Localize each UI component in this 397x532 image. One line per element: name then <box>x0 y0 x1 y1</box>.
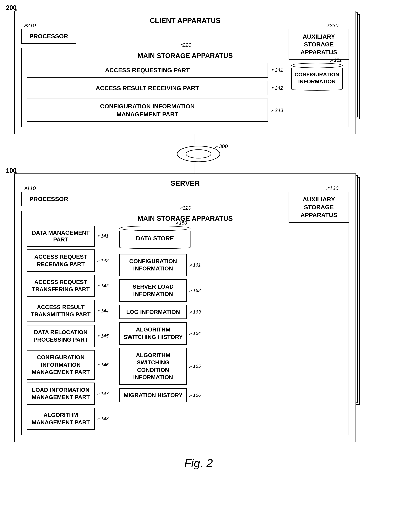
data-item-164-box: ALGORITHMSWITCHING HISTORY <box>119 322 187 344</box>
data-item-164: ALGORITHMSWITCHING HISTORY ↗ 164 <box>119 322 201 344</box>
server-processor-ref: ↗110 <box>23 185 36 191</box>
connector-bottom <box>195 163 195 173</box>
server-part-147-box: LOAD INFORMATIONMANAGEMENT PART <box>27 383 95 405</box>
client-part-242-box: ACCESS RESULT RECEIVING PART <box>27 81 268 96</box>
client-ref-tick: ↗ <box>13 8 17 13</box>
client-part-242: ACCESS RESULT RECEIVING PART ↗ 242 <box>27 81 283 96</box>
data-item-163: LOG INFORMATION ↗ 163 <box>119 305 201 319</box>
client-part-243-box: CONFIGURATION INFORMATIONMANAGEMENT PART <box>27 98 268 122</box>
server-part-146-ref: ↗ 146 <box>97 362 109 367</box>
svg-point-0 <box>177 146 220 162</box>
client-config-cylinder: CONFIGURATIONINFORMATION <box>291 63 343 91</box>
server-label: SERVER <box>21 179 349 187</box>
network-ref: ↗ 300 <box>214 143 228 149</box>
server-part-143-ref: ↗ 143 <box>97 283 109 289</box>
server-part-146-box: CONFIGURATION INFORMATIONMANAGEMENT PART <box>27 350 95 380</box>
data-item-161: CONFIGURATIONINFORMATION ↗ 161 <box>119 254 201 276</box>
server-part-146: CONFIGURATION INFORMATIONMANAGEMENT PART… <box>27 350 109 380</box>
client-part-241: ACCESS REQUESTING PART ↗ 241 <box>27 63 283 78</box>
data-item-166: MIGRATION HISTORY ↗ 166 <box>119 388 201 402</box>
data-item-166-ref: ↗ 166 <box>189 392 201 398</box>
data-item-162-ref: ↗ 162 <box>189 288 201 293</box>
data-item-162: SERVER LOADINFORMATION ↗ 162 <box>119 279 201 302</box>
data-item-164-ref: ↗ 164 <box>189 330 201 336</box>
connector-top <box>195 134 195 145</box>
server-part-143: ACCESS REQUESTTRANSFERING PART ↗ 143 <box>27 275 109 297</box>
client-main-storage-label: MAIN STORAGE APPARATUS <box>27 52 344 60</box>
server-part-145-ref: ↗ 145 <box>97 333 109 339</box>
data-item-163-ref: ↗ 163 <box>189 309 201 315</box>
client-label: CLIENT APPARATUS <box>21 17 349 24</box>
client-part-243: CONFIGURATION INFORMATIONMANAGEMENT PART… <box>27 98 283 122</box>
data-item-162-box: SERVER LOADINFORMATION <box>119 279 187 302</box>
figure-label: Fig. 2 <box>14 457 383 470</box>
server-part-148: ALGORITHMMANAGEMENT PART ↗ 148 <box>27 408 109 430</box>
data-store-cylinder: ↗ 150 DATA STORE <box>119 226 191 249</box>
server-part-141-ref: ↗ 141 <box>97 233 109 239</box>
server-aux-ref: ↗130 <box>326 185 338 191</box>
server-part-144: ACCESS RESULTTRANSMITTING PART ↗ 144 <box>27 300 109 322</box>
client-config-ref: ↗ 251 <box>330 57 342 63</box>
server-part-144-ref: ↗ 144 <box>97 308 109 314</box>
server-part-145: DATA RELOCATIONPROCESSING PART ↗ 145 <box>27 325 109 347</box>
server-part-148-box: ALGORITHMMANAGEMENT PART <box>27 408 95 430</box>
server-part-144-box: ACCESS RESULTTRANSMITTING PART <box>27 300 95 322</box>
server-part-142: ACCESS REQUESTRECEIVING PART ↗ 142 <box>27 250 109 272</box>
server-part-142-box: ACCESS REQUESTRECEIVING PART <box>27 250 95 272</box>
data-store-ref: ↗ 150 <box>175 220 187 226</box>
server-part-143-box: ACCESS REQUESTTRANSFERING PART <box>27 275 95 297</box>
server-part-147: LOAD INFORMATIONMANAGEMENT PART ↗ 147 <box>27 383 109 405</box>
data-item-165: ALGORITHM SWITCHINGCONDITION INFORMATION… <box>119 348 201 385</box>
client-part-243-ref: ↗ 243 <box>270 107 283 113</box>
client-main-storage-ref: ↗220 <box>179 42 191 48</box>
server-part-142-ref: ↗ 142 <box>97 258 109 263</box>
data-item-161-ref: ↗ 161 <box>189 262 201 268</box>
client-part-242-ref: ↗ 242 <box>270 85 283 91</box>
network-ellipse-wrapper: ↗ 300 <box>14 145 383 163</box>
server-part-141-box: DATA MANAGEMENT PART <box>27 226 95 247</box>
server-ref-tick: ↗ <box>13 171 17 176</box>
data-item-161-box: CONFIGURATIONINFORMATION <box>119 254 187 276</box>
server-part-147-ref: ↗ 147 <box>97 391 109 397</box>
server-main-storage-ref: ↗120 <box>179 205 191 211</box>
server-processor-box: PROCESSOR <box>21 192 76 206</box>
client-aux-ref: ↗230 <box>326 22 338 29</box>
data-item-163-box: LOG INFORMATION <box>119 305 187 319</box>
server-part-141: DATA MANAGEMENT PART ↗ 141 <box>27 226 109 247</box>
server-part-145-box: DATA RELOCATIONPROCESSING PART <box>27 325 95 347</box>
data-item-166-box: MIGRATION HISTORY <box>119 388 187 402</box>
server-part-148-ref: ↗ 148 <box>97 416 109 422</box>
client-part-241-box: ACCESS REQUESTING PART <box>27 63 268 78</box>
client-processor-ref: ↗210 <box>23 22 36 29</box>
client-processor-box: PROCESSOR <box>21 29 76 43</box>
data-item-165-box: ALGORITHM SWITCHINGCONDITION INFORMATION <box>119 348 187 385</box>
data-item-165-ref: ↗ 165 <box>189 363 201 369</box>
client-part-241-ref: ↗ 241 <box>270 67 283 73</box>
